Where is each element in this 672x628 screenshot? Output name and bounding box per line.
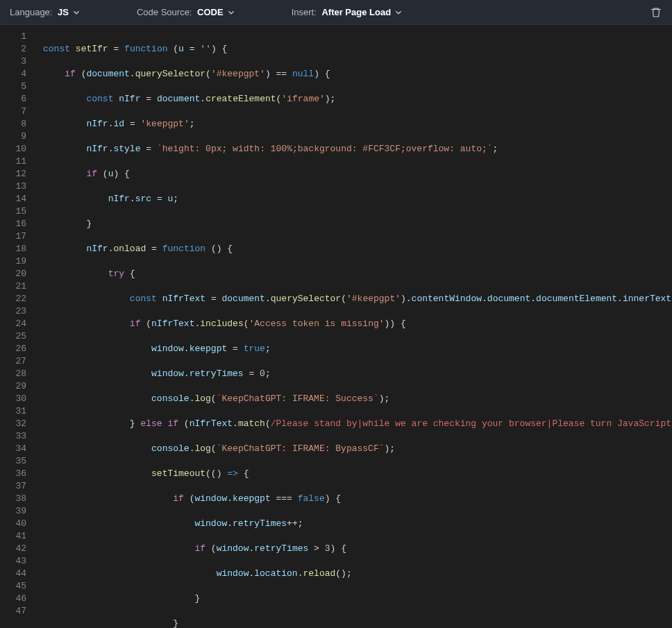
language-label: Language:	[10, 7, 52, 17]
chevron-down-icon	[72, 8, 81, 17]
line-number: 31	[0, 405, 26, 418]
line-number: 19	[0, 255, 26, 268]
line-number: 1	[0, 31, 26, 43]
line-number: 47	[0, 605, 26, 618]
code-area[interactable]: const setIfr = function (u = '') { if (d…	[35, 25, 672, 628]
line-number: 40	[0, 518, 26, 530]
line-number: 6	[0, 93, 26, 105]
chevron-down-icon	[394, 8, 403, 17]
line-number: 18	[0, 243, 26, 255]
language-selector[interactable]: Language: JS	[10, 7, 81, 17]
line-number: 36	[0, 468, 26, 480]
line-number: 34	[0, 443, 26, 455]
line-number: 4	[0, 68, 26, 80]
line-number: 5	[0, 80, 26, 93]
line-number: 46	[0, 593, 26, 605]
line-number: 27	[0, 355, 26, 368]
line-number: 29	[0, 380, 26, 393]
line-number: 3	[0, 56, 26, 68]
line-number: 44	[0, 568, 26, 580]
line-number: 16	[0, 218, 26, 230]
line-number: 7	[0, 105, 26, 118]
line-number: 14	[0, 193, 26, 205]
line-number: 24	[0, 318, 26, 330]
code-source-selector[interactable]: Code Source: CODE	[137, 7, 236, 17]
toolbar: Language: JS Code Source: CODE Insert: A…	[0, 0, 672, 25]
line-number: 25	[0, 330, 26, 343]
language-value: JS	[58, 7, 69, 17]
line-number: 38	[0, 493, 26, 505]
code-editor[interactable]: 1234567891011121314151617181920212223242…	[0, 25, 672, 628]
delete-icon[interactable]	[650, 6, 662, 19]
line-number: 21	[0, 280, 26, 293]
line-number: 42	[0, 543, 26, 555]
line-number-gutter: 1234567891011121314151617181920212223242…	[0, 25, 35, 628]
line-number: 41	[0, 530, 26, 543]
line-number: 43	[0, 555, 26, 568]
insert-value: After Page Load	[321, 7, 391, 17]
line-number: 32	[0, 418, 26, 430]
line-number: 28	[0, 368, 26, 380]
line-number: 12	[0, 168, 26, 180]
line-number: 20	[0, 268, 26, 280]
line-number: 17	[0, 230, 26, 243]
line-number: 13	[0, 180, 26, 193]
line-number: 30	[0, 393, 26, 405]
line-number: 33	[0, 430, 26, 443]
insert-selector[interactable]: Insert: After Page Load	[292, 7, 403, 17]
line-number: 8	[0, 118, 26, 130]
line-number: 22	[0, 293, 26, 305]
line-number: 11	[0, 155, 26, 168]
line-number: 26	[0, 343, 26, 355]
line-number: 45	[0, 580, 26, 593]
line-number: 39	[0, 505, 26, 518]
chevron-down-icon	[226, 8, 236, 17]
line-number: 9	[0, 130, 26, 143]
line-number: 37	[0, 480, 26, 493]
line-number: 35	[0, 455, 26, 468]
source-label: Code Source:	[137, 7, 192, 17]
source-value: CODE	[197, 7, 224, 17]
line-number: 2	[0, 43, 26, 56]
line-number: 10	[0, 143, 26, 155]
line-number: 23	[0, 305, 26, 318]
insert-label: Insert:	[292, 7, 317, 17]
line-number: 15	[0, 205, 26, 218]
